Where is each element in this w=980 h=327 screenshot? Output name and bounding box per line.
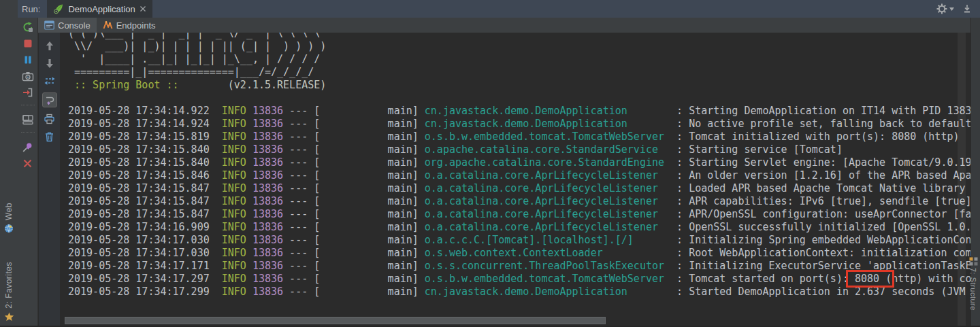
toolbar-separator xyxy=(21,105,35,109)
console-output-area[interactable]: ( ( )\___ | '_ | '_| | '_ \/ _` | \ \ \ … xyxy=(60,33,971,327)
log-line: 2019-05-28 17:34:15.847 INFO 13836 --- [… xyxy=(68,195,971,208)
down-stack-trace-icon[interactable] xyxy=(43,57,56,69)
console-toolbar xyxy=(39,33,60,327)
log-line: 2019-05-28 17:34:15.847 INFO 13836 --- [… xyxy=(68,182,971,195)
console-text: ( ( )\___ | '_ | '_| | '_ \/ _` | \ \ \ … xyxy=(68,33,971,298)
log-line xyxy=(68,92,971,105)
log-line: :: Spring Boot :: (v2.1.5.RELEASE) xyxy=(68,79,971,92)
run-label: Run: xyxy=(22,4,40,14)
log-line: 2019-05-28 17:34:17.297 INFO 13836 --- [… xyxy=(68,273,971,286)
vertical-scrollbar[interactable] xyxy=(958,33,966,327)
log-line: 2019-05-28 17:34:17.030 INFO 13836 --- [… xyxy=(68,234,971,247)
log-line: 2019-05-28 17:34:15.847 INFO 13836 --- [… xyxy=(68,208,971,221)
print-icon[interactable] xyxy=(43,113,56,125)
endpoints-icon xyxy=(103,20,113,30)
tab-console-label: Console xyxy=(58,20,91,31)
clear-all-icon[interactable] xyxy=(43,131,56,143)
pin-icon[interactable] xyxy=(21,141,35,153)
favorites-label: 2: Favorites xyxy=(4,262,14,309)
favorites-star-icon xyxy=(4,312,14,322)
tab-endpoints-label: Endpoints xyxy=(116,20,156,31)
hide-window-icon[interactable] xyxy=(962,4,972,14)
log-line: ( ( )\___ | '_ | '_| | '_ \/ _` | \ \ \ … xyxy=(68,33,971,40)
tool-window-button-favorites[interactable]: 2: Favorites xyxy=(0,262,18,322)
web-label: Web xyxy=(4,203,14,220)
highlight-box: 8080 ( xyxy=(849,273,892,285)
log-line: 2019-05-28 17:34:15.846 INFO 13836 --- [… xyxy=(68,169,971,182)
tab-endpoints[interactable]: Endpoints xyxy=(97,18,162,33)
close-tab-icon[interactable] xyxy=(140,5,146,12)
intellij-run-tool-window: Web 2: Favorites Run: xyxy=(0,0,980,327)
pause-output-icon[interactable] xyxy=(21,54,35,66)
web-globe-icon xyxy=(4,224,14,233)
structure-label: 7: Structure xyxy=(969,268,977,311)
horizontal-scrollbar[interactable] xyxy=(65,317,606,324)
log-line: 2019-05-28 17:34:14.922 INFO 13836 --- [… xyxy=(68,105,971,118)
log-line: 2019-05-28 17:34:17.171 INFO 13836 --- [… xyxy=(68,260,971,273)
log-line: =========|_|==============|___/=/_/_/_/ xyxy=(68,66,971,79)
settings-gear-icon[interactable] xyxy=(936,3,954,14)
run-actions-toolbar xyxy=(18,18,38,327)
log-line: 2019-05-28 17:34:17.299 INFO 13836 --- [… xyxy=(68,286,971,298)
spring-boot-leaf-icon xyxy=(53,3,64,14)
log-line: ' |____| .__|_| |_|_| |_\__, | / / / / xyxy=(68,53,971,66)
rerun-icon[interactable] xyxy=(21,21,35,33)
run-configuration-tab[interactable]: DemoApplication xyxy=(47,0,152,18)
thread-dump-icon[interactable] xyxy=(21,70,35,82)
log-line: 2019-05-28 17:34:15.819 INFO 13836 --- [… xyxy=(68,131,971,143)
close-icon[interactable] xyxy=(21,157,35,169)
tab-console[interactable]: Console xyxy=(38,18,97,33)
left-tool-window-strip: Web 2: Favorites xyxy=(0,0,18,327)
tool-window-button-structure[interactable]: 7: Structure xyxy=(966,257,980,311)
exit-icon[interactable] xyxy=(21,86,35,99)
log-line: 2019-05-28 17:34:14.924 INFO 13836 --- [… xyxy=(68,118,971,131)
toolbar-separator xyxy=(21,132,35,137)
log-line: 2019-05-28 17:34:15.840 INFO 13836 --- [… xyxy=(68,156,971,169)
log-line: \\/ ___)| |_)| | | | | || (_| | ) ) ) ) xyxy=(68,40,971,53)
console-view-tab-bar: Console Endpoints xyxy=(38,18,971,33)
run-tab-title: DemoApplication xyxy=(68,4,135,14)
right-tool-window-strip: 7: Structure xyxy=(970,18,980,327)
soft-wrap-icon[interactable] xyxy=(42,92,57,107)
tool-window-button-web[interactable]: Web xyxy=(0,203,18,233)
up-stack-trace-icon[interactable] xyxy=(43,39,56,52)
swap-output-icon[interactable] xyxy=(43,75,56,87)
restore-layout-icon[interactable] xyxy=(21,114,35,126)
run-header-bar: Run: DemoApplication xyxy=(18,0,980,18)
stop-icon[interactable] xyxy=(21,37,35,50)
structure-icon xyxy=(969,257,978,266)
log-line: 2019-05-28 17:34:16.909 INFO 13836 --- [… xyxy=(68,221,971,234)
log-line: 2019-05-28 17:34:15.840 INFO 13836 --- [… xyxy=(68,143,971,156)
log-line: 2019-05-28 17:34:17.030 INFO 13836 --- [… xyxy=(68,247,971,260)
console-icon xyxy=(44,20,54,30)
header-actions xyxy=(936,3,980,14)
